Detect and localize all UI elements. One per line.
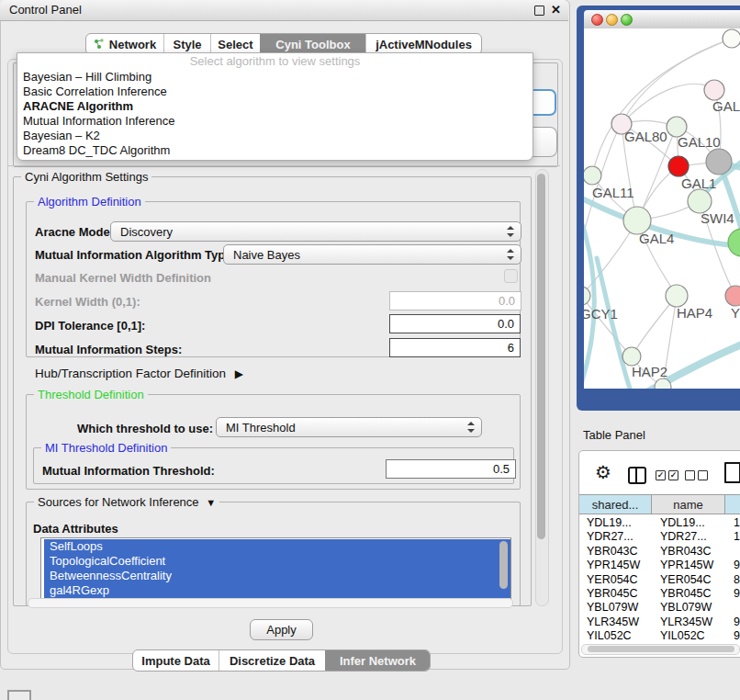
kernel-width-label: Kernel Width (0,1): bbox=[35, 295, 140, 309]
node-gal-cut[interactable] bbox=[704, 80, 724, 100]
node-label: HAP4 bbox=[677, 305, 712, 321]
node-y-cut[interactable] bbox=[725, 286, 740, 306]
node-label: GAL bbox=[712, 98, 740, 114]
list-horizontal-scrollbar[interactable] bbox=[28, 598, 513, 608]
tab-network-label: Network bbox=[109, 38, 156, 51]
algorithm-definition-title: Algorithm Definition bbox=[34, 195, 145, 209]
tab-network[interactable]: Network bbox=[86, 34, 163, 54]
which-threshold-select[interactable]: MI Threshold bbox=[216, 417, 482, 437]
screenshot-root: { "colors": { "selection_blue": "#3e6bc6… bbox=[0, 0, 740, 700]
table-row[interactable]: YLR345W YLR345W 9. bbox=[579, 615, 740, 629]
dropdown-item[interactable]: Bayesian – Hill Climbing bbox=[17, 70, 533, 85]
node-gcy1[interactable] bbox=[584, 287, 590, 305]
node-label: Y bbox=[731, 305, 740, 321]
column-header-shared-name[interactable]: shared... bbox=[579, 494, 652, 514]
which-threshold-label: Which threshold to use: bbox=[77, 422, 213, 435]
list-item[interactable]: gal4RGexp bbox=[44, 583, 510, 598]
bottom-tabs: Impute Data Discretize Data Infer Networ… bbox=[132, 649, 431, 672]
table-row[interactable]: YDR27... YDR27... 12 bbox=[579, 530, 740, 544]
stepper-icon bbox=[467, 422, 475, 433]
list-item[interactable]: TopologicalCoefficient bbox=[44, 554, 510, 569]
table-panel-title: Table Panel bbox=[583, 428, 645, 442]
dropdown-item[interactable]: Dream8 DC_TDC Algorithm bbox=[17, 143, 533, 158]
table-row[interactable]: YBL079W YBL079W bbox=[579, 601, 740, 615]
collapsed-panel-grip[interactable] bbox=[7, 690, 31, 700]
cyni-settings-group-title: Cyni Algorithm Settings bbox=[21, 170, 151, 184]
mi-steps-label: Mutual Information Steps: bbox=[35, 343, 182, 356]
node-label: GCY1 bbox=[584, 306, 618, 322]
mi-steps-field[interactable]: 6 bbox=[389, 338, 521, 357]
tab-select[interactable]: Select bbox=[210, 34, 260, 54]
close-icon[interactable]: ✕ bbox=[551, 3, 561, 17]
node-hap2[interactable] bbox=[622, 347, 641, 366]
network-view-canvas[interactable]: GAL GAL80 GAL10 GAL1 GAL11 SWI4 GAL4 GCY… bbox=[584, 28, 740, 389]
sources-group-toggle[interactable]: Sources for Network Inference ▼ bbox=[34, 495, 219, 509]
apply-button[interactable]: Apply bbox=[250, 619, 313, 640]
node-gray[interactable] bbox=[706, 149, 732, 175]
mi-threshold-group-title: MI Threshold Definition bbox=[41, 441, 171, 455]
list-scrollbar-thumb[interactable] bbox=[499, 541, 508, 589]
dropdown-placeholder: Select algorithm to view settings bbox=[17, 53, 533, 70]
dropdown-item[interactable]: Basic Correlation Inference bbox=[17, 85, 533, 99]
kernel-width-field: 0.0 bbox=[389, 291, 521, 310]
float-window-icon[interactable] bbox=[534, 6, 544, 16]
deselect-all-icon[interactable] bbox=[685, 470, 711, 484]
control-panel-titlebar: Control Panel ✕ bbox=[0, 0, 568, 21]
table-row[interactable]: YPR145W YPR145W 9. bbox=[579, 559, 740, 572]
table-row[interactable]: YBR045C YBR045C 9. bbox=[579, 587, 740, 601]
settings-separator bbox=[8, 165, 560, 166]
node-gal11[interactable] bbox=[584, 166, 601, 185]
node-unlabeled-top[interactable] bbox=[723, 29, 740, 48]
zoom-traffic-light-icon[interactable] bbox=[621, 14, 633, 26]
table-row[interactable]: YER054C YER054C 8. bbox=[579, 573, 740, 587]
manual-kernel-label: Manual Kernel Width Definition bbox=[35, 271, 211, 285]
chevron-right-icon: ▶ bbox=[235, 367, 243, 380]
hub-definition-toggle[interactable]: Hub/Transcription Factor Definition ▶ bbox=[35, 367, 243, 380]
table-row[interactable]: YIL052C YIL052C 9. bbox=[579, 629, 740, 642]
control-panel-title: Control Panel bbox=[9, 3, 82, 17]
chevron-down-icon: ▼ bbox=[206, 497, 216, 508]
split-columns-icon[interactable] bbox=[628, 467, 646, 484]
node-label: GAL1 bbox=[681, 175, 716, 191]
node-label: GAL10 bbox=[678, 134, 721, 150]
tab-style[interactable]: Style bbox=[163, 34, 210, 54]
tab-discretize-data[interactable]: Discretize Data bbox=[219, 650, 325, 671]
gear-icon[interactable]: ⚙ bbox=[595, 461, 611, 483]
minimize-traffic-light-icon[interactable] bbox=[606, 14, 618, 26]
table-row[interactable]: YDL19... YDL19... 13 bbox=[579, 516, 740, 530]
mi-threshold-label: Mutual Information Threshold: bbox=[42, 464, 215, 478]
mi-algorithm-type-select[interactable]: Naive Bayes bbox=[223, 244, 521, 265]
column-header-name[interactable]: name bbox=[652, 494, 725, 514]
close-traffic-light-icon[interactable] bbox=[591, 14, 603, 26]
dropdown-item[interactable]: Mutual Information Inference bbox=[17, 114, 533, 129]
aracne-mode-select[interactable]: Discovery bbox=[110, 221, 521, 242]
node-hap4[interactable] bbox=[666, 285, 688, 307]
list-item[interactable]: SelfLoops bbox=[44, 539, 510, 554]
column-header-cut[interactable] bbox=[725, 494, 740, 514]
node-label: GAL11 bbox=[592, 185, 634, 200]
threshold-definition-title: Threshold Definition bbox=[34, 388, 148, 401]
dpi-tolerance-field[interactable]: 0.0 bbox=[389, 314, 521, 333]
tab-jactivemnodules[interactable]: jActiveMNodules bbox=[365, 34, 481, 54]
data-attributes-label: Data Attributes bbox=[33, 522, 118, 536]
dropdown-item[interactable]: Bayesian – K2 bbox=[17, 129, 533, 143]
network-graph: GAL GAL80 GAL10 GAL1 GAL11 SWI4 GAL4 GCY… bbox=[584, 28, 740, 389]
node-green-right[interactable] bbox=[728, 229, 740, 256]
settings-scrollbar-thumb[interactable] bbox=[537, 174, 545, 539]
list-item[interactable]: BetweennessCentrality bbox=[44, 569, 510, 583]
tab-infer-network[interactable]: Infer Network bbox=[325, 650, 430, 671]
table-horizontal-scrollbar[interactable] bbox=[581, 644, 740, 655]
node-label: GAL80 bbox=[624, 129, 667, 144]
tab-impute-data[interactable]: Impute Data bbox=[133, 650, 219, 671]
settings-scrollbar[interactable] bbox=[535, 169, 549, 606]
tab-cyni-toolbox[interactable]: Cyni Toolbox bbox=[260, 34, 365, 54]
node-label: HAP2 bbox=[632, 364, 667, 379]
table-horizontal-scrollbar-thumb[interactable] bbox=[588, 646, 734, 652]
document-icon[interactable] bbox=[724, 462, 740, 483]
select-all-icon[interactable]: ✓✓ bbox=[656, 470, 681, 484]
table-row[interactable]: YBR043C YBR043C bbox=[579, 545, 740, 559]
mi-threshold-field[interactable]: 0.5 bbox=[386, 459, 516, 479]
network-window-titlebar[interactable] bbox=[584, 10, 740, 29]
dropdown-item-selected[interactable]: ARACNE Algorithm bbox=[17, 99, 533, 114]
node-gal1-selected-red[interactable] bbox=[668, 156, 689, 176]
